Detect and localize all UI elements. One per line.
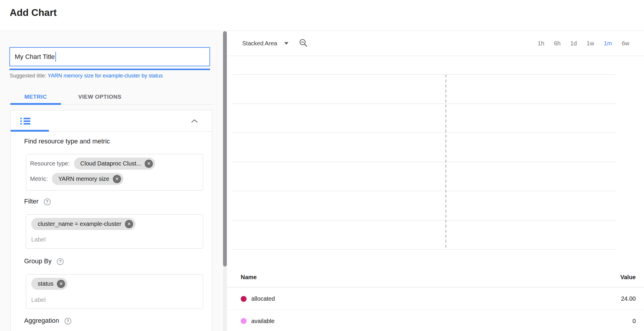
suggested-title-label: Suggested title: (10, 73, 48, 79)
tab-metric[interactable]: METRIC (10, 89, 61, 105)
available-value: 0 (633, 318, 636, 325)
legend-header-row: Name Value (227, 267, 644, 287)
collapse-chevron-icon[interactable] (191, 119, 198, 124)
range-1h[interactable]: 1h (538, 40, 544, 47)
range-1d[interactable]: 1d (570, 40, 577, 47)
aggregation-help-icon[interactable]: ? (65, 318, 71, 325)
chevron-down-icon (284, 42, 288, 45)
available-series-dot (241, 318, 247, 324)
remove-resource-icon[interactable]: ✕ (145, 160, 153, 168)
allocated-series-dot (241, 296, 247, 302)
group-by-heading: Group By? (24, 257, 64, 265)
time-range-group: 1h 6h 1d 1w 1m 6w (538, 40, 629, 47)
group-by-placeholder: Label (31, 297, 46, 303)
find-metric-heading: Find resource type and metric (24, 138, 110, 145)
metric-chip[interactable]: YARN memory size ✕ (52, 173, 123, 185)
card-active-tab-underline (11, 130, 49, 132)
text-caret (55, 52, 56, 62)
page-header: Add Chart (0, 0, 644, 31)
group-by-help-icon[interactable]: ? (57, 258, 64, 265)
allocated-value: 24.00 (621, 295, 636, 302)
filter-help-icon[interactable]: ? (44, 198, 51, 205)
aggregation-heading: Aggregation? (24, 317, 71, 325)
remove-metric-icon[interactable]: ✕ (113, 175, 121, 183)
filter-heading: Filter? (24, 198, 51, 205)
filter-placeholder: Label (31, 236, 46, 243)
chart-plot[interactable] (227, 56, 644, 259)
range-1w[interactable]: 1w (587, 40, 594, 47)
chart-type-select[interactable]: Stacked Area (242, 40, 288, 47)
page-title: Add Chart (10, 7, 57, 18)
suggested-title: Suggested title: YARN memory size for ex… (10, 73, 163, 79)
chart-toolbar: Stacked Area 1h 6h 1d 1w 1m 6w (227, 31, 644, 56)
config-panel: My Chart Title Suggested title: YARN mem… (0, 31, 223, 331)
tab-view-options[interactable]: VIEW OPTIONS (66, 89, 133, 105)
range-6w[interactable]: 6w (622, 40, 629, 47)
legend-row-allocated[interactable]: allocated 24.00 (227, 287, 644, 310)
panel-scrollbar-thumb[interactable] (223, 31, 227, 267)
range-1m[interactable]: 1m (604, 40, 612, 47)
zoom-out-icon[interactable] (299, 39, 308, 49)
metric-card: Find resource type and metric Resource t… (10, 110, 212, 331)
resource-type-chip[interactable]: Cloud Dataproc Clust... ✕ (74, 158, 156, 170)
remove-group-by-icon[interactable]: ✕ (57, 280, 65, 288)
legend-row-available[interactable]: available 0 (227, 311, 644, 331)
group-by-box[interactable]: status ✕ Label (26, 274, 203, 309)
metric-label: Metric: (30, 176, 48, 182)
legend-col-name: Name (241, 274, 620, 281)
metric-card-header (11, 110, 212, 132)
panel-tabs: METRIC VIEW OPTIONS (10, 89, 212, 105)
filter-chip[interactable]: cluster_name = example-cluster ✕ (31, 218, 136, 230)
remove-filter-icon[interactable]: ✕ (125, 220, 133, 228)
input-focus-bar (9, 69, 210, 70)
suggested-title-link[interactable]: YARN memory size for example-cluster by … (48, 73, 163, 79)
legend-col-value: Value (620, 274, 636, 281)
filter-box[interactable]: cluster_name = example-cluster ✕ Label (26, 214, 203, 249)
resource-metric-box: Resource type: Cloud Dataproc Clust... ✕… (26, 154, 203, 191)
range-6h[interactable]: 6h (554, 40, 561, 47)
group-by-chip[interactable]: status ✕ (31, 278, 67, 290)
chart-title-input[interactable]: My Chart Title (9, 47, 210, 66)
active-tab-underline (10, 103, 61, 105)
metric-list-icon[interactable] (20, 118, 30, 125)
resource-type-label: Resource type: (30, 160, 70, 167)
chart-title-value: My Chart Title (15, 53, 55, 61)
